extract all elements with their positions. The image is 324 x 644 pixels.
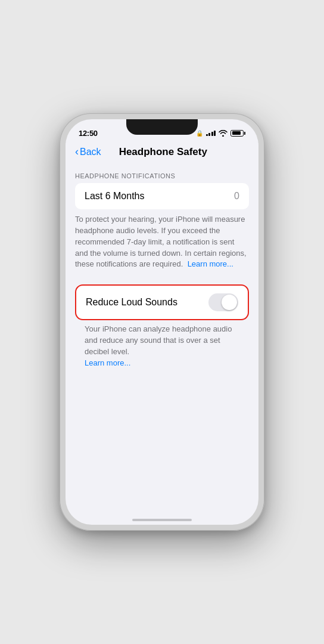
content-area: HEADPHONE NOTIFICATIONS Last 6 Months 0 … [66,163,258,386]
reduce-loud-sounds-label: Reduce Loud Sounds [86,297,177,308]
headphone-description: To protect your hearing, your iPhone wil… [66,209,258,280]
reduce-loud-sounds-description-text: Your iPhone can analyze headphone audio … [85,324,232,356]
period-value: 0 [234,191,239,202]
nav-bar: ‹ Back Headphone Safety [66,143,258,163]
back-chevron-icon: ‹ [75,145,79,158]
status-icons: 🔒 [196,130,246,137]
reduce-loud-sounds-description: Your iPhone can analyze headphone audio … [75,320,249,376]
reduce-loud-sounds-learn-more-link[interactable]: Learn more... [85,358,130,367]
phone-screen: 12:50 🔒 [66,119,258,525]
headphone-notifications-card: Last 6 Months 0 [75,183,249,209]
status-time: 12:50 [79,129,98,138]
back-label[interactable]: Back [80,147,101,157]
headphone-learn-more-link[interactable]: Learn more... [188,259,233,268]
notch [126,119,198,135]
reduce-loud-sounds-card: Reduce Loud Sounds [75,284,249,320]
section-label-headphone-notifications: HEADPHONE NOTIFICATIONS [66,168,258,183]
lock-icon: 🔒 [196,130,203,137]
toggle-knob [222,295,237,310]
home-indicator [132,519,192,521]
period-row[interactable]: Last 6 Months 0 [75,183,249,209]
back-button[interactable]: ‹ Back [75,145,101,158]
reduce-loud-sounds-row: Reduce Loud Sounds [76,286,248,319]
page-title: Headphone Safety [101,146,225,158]
reduce-loud-sounds-toggle[interactable] [208,293,238,311]
phone-frame: 12:50 🔒 [60,113,264,531]
wifi-icon [219,130,228,137]
reduce-loud-sounds-section: Reduce Loud Sounds Your iPhone can analy… [75,284,249,376]
battery-icon [230,130,245,137]
signal-bars [206,131,216,136]
period-label: Last 6 Months [85,191,145,202]
